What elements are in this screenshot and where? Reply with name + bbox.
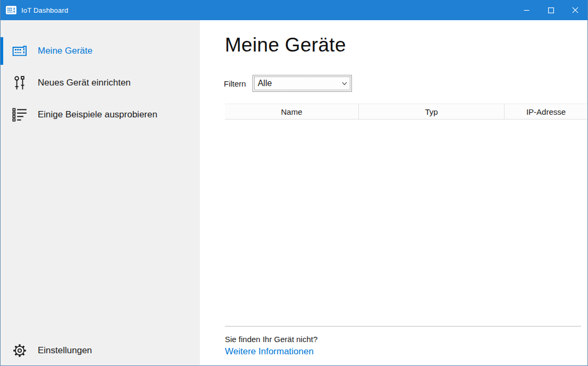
sidebar: Meine Geräte Neues Gerät einrichten <box>1 20 200 365</box>
maximize-button[interactable] <box>539 0 563 20</box>
column-header-ip-adresse[interactable]: IP-Adresse <box>504 104 587 119</box>
filter-dropdown-value: Alle <box>258 79 342 88</box>
list-icon <box>12 108 28 122</box>
sidebar-item-setup-new-device[interactable]: Neues Gerät einrichten <box>1 69 200 97</box>
gear-icon <box>12 343 28 358</box>
main-content: Meine Geräte Filtern Alle Name Typ IP-Ad… <box>200 20 587 365</box>
page-title: Meine Geräte <box>225 34 346 56</box>
sidebar-item-label: Meine Geräte <box>38 46 93 56</box>
close-icon <box>572 7 578 13</box>
device-not-found-text: Sie finden Ihr Gerät nicht? <box>225 335 317 344</box>
chevron-down-icon <box>342 82 347 86</box>
sidebar-item-try-samples[interactable]: Einige Beispiele ausprobieren <box>1 101 200 129</box>
minimize-icon <box>524 7 530 13</box>
column-header-typ[interactable]: Typ <box>358 104 504 119</box>
device-board-icon <box>12 45 28 57</box>
maximize-icon <box>548 7 554 13</box>
filter-row: Filtern Alle <box>224 75 352 92</box>
minimize-button[interactable] <box>514 0 539 20</box>
sidebar-item-my-devices[interactable]: Meine Geräte <box>1 37 200 65</box>
app-window: IoT Dashboard <box>0 0 588 366</box>
column-header-name[interactable]: Name <box>225 104 358 119</box>
selected-accent-bar <box>1 37 3 65</box>
filter-dropdown[interactable]: Alle <box>253 75 352 92</box>
more-information-link[interactable]: Weitere Informationen <box>225 346 314 357</box>
window-title: IoT Dashboard <box>21 6 68 14</box>
sidebar-item-label: Neues Gerät einrichten <box>38 78 131 88</box>
filter-label: Filtern <box>224 79 246 88</box>
sidebar-item-settings[interactable]: Einstellungen <box>1 337 200 364</box>
titlebar: IoT Dashboard <box>1 0 587 20</box>
footer-divider <box>225 326 581 327</box>
close-button[interactable] <box>563 0 587 20</box>
app-icon <box>6 6 16 14</box>
sidebar-item-label: Einstellungen <box>38 345 92 356</box>
sidebar-item-label: Einige Beispiele ausprobieren <box>38 109 157 120</box>
tools-icon <box>12 75 28 90</box>
device-table-header: Name Typ IP-Adresse <box>225 104 587 120</box>
